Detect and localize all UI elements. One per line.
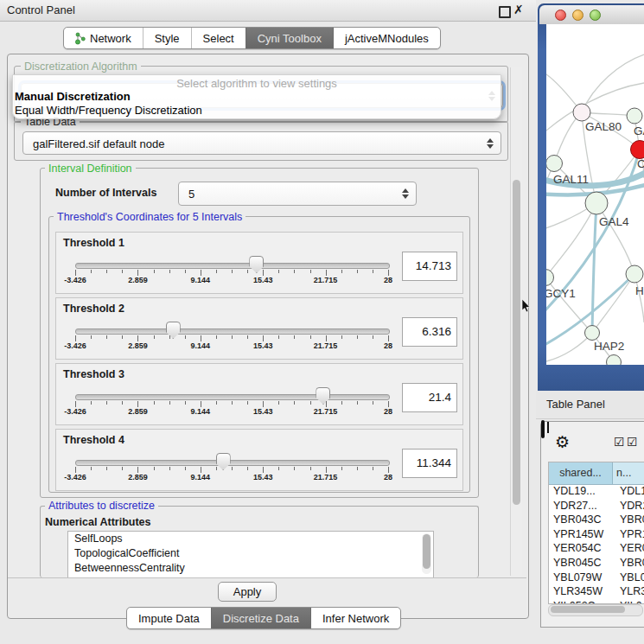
attributes-group-label: Attributes to discretize <box>45 500 158 512</box>
tick-mark <box>106 335 107 339</box>
table-cell[interactable]: YBR0... <box>616 557 644 571</box>
table-row[interactable]: YPR145WYPR1... <box>549 528 644 543</box>
network-node[interactable] <box>627 108 642 124</box>
network-edge[interactable] <box>592 203 596 333</box>
threshold-value-field[interactable]: 21.4 <box>402 383 457 412</box>
table-cell[interactable]: YPR1... <box>616 528 644 543</box>
table-cell[interactable]: YER0... <box>616 542 644 557</box>
tick-mark <box>373 401 373 405</box>
algorithm-group-label: Discretization Algorithm <box>21 61 141 73</box>
table-row[interactable]: YER054CYER0... <box>549 542 644 557</box>
table-row[interactable]: YLR345WYLR3... <box>549 585 644 600</box>
table-cell[interactable]: YER054C <box>549 542 616 557</box>
table-cell[interactable]: YBL0... <box>616 571 644 586</box>
bottomtab-infer-network[interactable]: Infer Network <box>310 608 400 628</box>
table-panel-body: ⚙ ☑ ☑ shared... n... YDL19...YDL1...YDR2… <box>540 421 644 628</box>
close-traffic-light-icon[interactable] <box>555 10 566 21</box>
slider-thumb[interactable] <box>249 256 264 273</box>
column-header-shared-name[interactable]: shared... <box>549 462 613 484</box>
apply-button[interactable]: Apply <box>218 582 277 602</box>
table-cell[interactable]: YDL1... <box>616 485 644 500</box>
tick-label: 15.43 <box>253 407 273 416</box>
slider-track[interactable] <box>75 263 390 269</box>
table-cell[interactable]: YDL19... <box>549 485 616 500</box>
network-node[interactable] <box>631 141 644 159</box>
network-node[interactable] <box>546 270 554 286</box>
network-edge[interactable] <box>592 274 634 333</box>
network-edge[interactable] <box>546 333 592 361</box>
table-cell[interactable]: YLR3... <box>616 585 644 600</box>
list-item[interactable]: SelfLoops <box>68 532 433 546</box>
numerical-attributes-list[interactable]: SelfLoopsTopologicalCoefficientBetweenne… <box>67 531 434 578</box>
table-row[interactable]: YBR045CYBR0... <box>549 557 644 571</box>
list-item[interactable]: BetweennessCentrality <box>68 561 433 576</box>
slider-thumb[interactable] <box>166 322 181 339</box>
num-intervals-combo[interactable]: 5 <box>178 182 417 206</box>
tab-network[interactable]: Network <box>64 28 143 48</box>
tab-style[interactable]: Style <box>143 28 191 48</box>
table-cell[interactable]: YLR345W <box>549 585 616 600</box>
table-row[interactable]: YBR043CYBR0... <box>549 513 644 528</box>
slider-thumb[interactable] <box>216 453 231 470</box>
network-window-titlebar[interactable] <box>539 5 644 24</box>
panel-scrollbar[interactable] <box>510 67 522 576</box>
tick-mark <box>263 401 264 407</box>
network-edge[interactable] <box>582 54 644 112</box>
scrollbar-thumb[interactable] <box>513 180 520 505</box>
table-row[interactable]: YDR27...YDR2... <box>549 500 644 514</box>
network-node[interactable] <box>573 104 590 121</box>
tab-select[interactable]: Select <box>191 28 245 48</box>
table-cell[interactable]: YBL079W <box>549 571 616 586</box>
threshold-label: Threshold 1 <box>63 237 124 249</box>
bottomtab-impute-data[interactable]: Impute Data <box>127 608 211 628</box>
network-node[interactable] <box>546 156 563 172</box>
tick-mark <box>373 335 373 339</box>
threshold-value-field[interactable]: 14.713 <box>402 252 457 281</box>
table-cell[interactable]: YBR045C <box>549 557 616 571</box>
column-header-name[interactable]: n... <box>613 462 644 484</box>
table-cell[interactable]: YDR27... <box>549 500 616 514</box>
network-node[interactable] <box>585 192 608 214</box>
table-cell[interactable]: YBR043C <box>549 513 616 528</box>
threshold-value-field[interactable]: 11.344 <box>402 449 457 478</box>
split-view-icon[interactable] <box>541 420 545 438</box>
tick-mark <box>75 401 76 407</box>
table-cell[interactable]: YPR145W <box>549 528 616 543</box>
network-edge[interactable] <box>546 203 596 277</box>
table-row[interactable]: YBL079WYBL0... <box>549 571 644 586</box>
algorithm-option-manual[interactable]: Manual Discretization <box>15 90 131 103</box>
bottomtab-discretize-data[interactable]: Discretize Data <box>211 608 310 628</box>
zoom-traffic-light-icon[interactable] <box>590 10 601 21</box>
checkbox-icon[interactable]: ☑ <box>614 435 625 449</box>
algorithm-option-equal-width[interactable]: Equal Width/Frequency Discretization <box>15 104 202 117</box>
tick-label: 15.43 <box>253 473 273 481</box>
tick-label: -3.426 <box>64 276 86 284</box>
slider-track[interactable] <box>75 394 390 400</box>
window-float-icon[interactable] <box>499 6 511 18</box>
checkbox-icon[interactable]: ☑ <box>627 435 638 449</box>
network-canvas[interactable]: GAL80GACGAL11GAL4GCY1HHAP2 <box>546 24 644 365</box>
gear-icon[interactable]: ⚙ <box>555 432 570 452</box>
network-node[interactable] <box>607 355 622 366</box>
slider-track[interactable] <box>75 328 390 335</box>
network-edge[interactable] <box>546 277 592 333</box>
table-hscrollbar[interactable] <box>548 604 643 616</box>
list-scrollbar[interactable] <box>422 533 431 574</box>
scrollbar-thumb[interactable] <box>551 606 625 613</box>
table-data-combo[interactable]: galFiltered.sif default node <box>22 131 501 155</box>
slider-track[interactable] <box>75 460 390 466</box>
network-node[interactable] <box>626 265 643 283</box>
threshold-value-field[interactable]: 6.316 <box>402 317 457 347</box>
tab-cyni-toolbox[interactable]: Cyni Toolbox <box>245 28 333 48</box>
network-node[interactable] <box>585 326 600 341</box>
tab-jactivemnodules[interactable]: jActiveMNodules <box>333 28 440 48</box>
table-cell[interactable]: YBR0... <box>616 513 644 528</box>
minimize-traffic-light-icon[interactable] <box>572 10 583 21</box>
slider-thumb[interactable] <box>316 387 330 405</box>
tick-label: 28 <box>384 407 392 416</box>
close-icon[interactable]: ✗ <box>513 3 524 16</box>
table-row[interactable]: YDL19...YDL1... <box>549 485 644 500</box>
tab-label: Cyni Toolbox <box>258 32 322 45</box>
list-item[interactable]: TopologicalCoefficient <box>68 546 433 561</box>
table-cell[interactable]: YDR2... <box>616 500 644 514</box>
